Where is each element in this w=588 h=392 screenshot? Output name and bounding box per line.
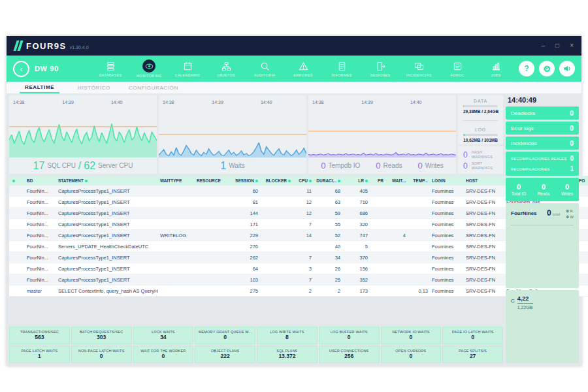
stat-tile-value: 0 (471, 334, 474, 340)
cell-lr: 5 (342, 241, 370, 252)
cell-session: 229 (229, 230, 260, 241)
col-header-resource[interactable]: RESOURCE (195, 176, 229, 186)
col-header-login[interactable]: LOGIN (430, 176, 464, 186)
nav-errores[interactable]: ERRORES (288, 60, 318, 77)
cell-temp (408, 197, 430, 208)
table-row[interactable]: FourNin...CapturesProcessType1_INSERT601… (9, 186, 588, 197)
cell-lr: 156 (342, 263, 370, 274)
cell-blocker (260, 230, 293, 241)
stat-tile-object-plans: OBJECT PLANS222 (195, 346, 255, 363)
table-row[interactable]: FourNin...CapturesProcessType1_INSERT144… (9, 208, 588, 219)
tab-configuraci-n[interactable]: CONFIGURACIÓN (129, 85, 178, 93)
col-header-bd[interactable]: BD (25, 176, 56, 186)
cell-waittype (158, 263, 195, 274)
reads-value: 0 (376, 161, 380, 170)
cell-waittype (158, 186, 195, 197)
disk-drive-letter: C (511, 298, 515, 304)
cell-statement: Servers_UPDATE_HealthCheckDateUTC (56, 241, 158, 252)
nav-adhoc[interactable]: ADHOC (442, 60, 472, 77)
cell-wait (385, 219, 408, 230)
table-row[interactable]: FourNin...CapturesProcessType1_INSERT643… (9, 263, 588, 274)
nav-objetos[interactable]: OBJETOS (211, 60, 241, 77)
nav-databases[interactable]: DATABASES (95, 60, 125, 77)
table-row[interactable]: FourNin...CapturesProcessType1_INSERT171… (9, 219, 588, 230)
col-header-dur[interactable]: DURACI... (314, 176, 342, 186)
cell-host: SRV-DES-FN (464, 252, 504, 263)
stat-tile-log-buffer-waits: LOG BUFFER WAITS0 (319, 327, 380, 344)
cell-lr: 686 (342, 208, 370, 219)
table-row[interactable]: masterSELECT ContextInfo, query_hash AS … (9, 286, 588, 297)
counter-error-logs[interactable]: Error logs0 (506, 122, 579, 135)
cell-bd: FourNin... (25, 263, 56, 274)
col-header-sel[interactable] (9, 176, 25, 186)
io-writes: 0Writes (561, 183, 573, 195)
col-header-temp[interactable]: TEMP... (408, 176, 430, 186)
table-row[interactable]: FourNin...CapturesProcessType1_INSERT262… (9, 252, 588, 263)
counter-deadlocks[interactable]: Deadlocks0 (506, 106, 579, 120)
tab-hist-rico[interactable]: HISTÓRICO (78, 85, 110, 93)
writes-metric: 0 Writes (417, 161, 443, 170)
close-button[interactable]: × (570, 42, 574, 49)
clock: 14:40:49 (506, 95, 579, 105)
stat-tile-value: 222 (221, 353, 230, 359)
writes-label: Writes (425, 162, 444, 169)
col-header-lr[interactable]: LR (342, 176, 370, 186)
col-header-host[interactable]: HOST (464, 176, 504, 186)
back-icon[interactable]: ‹ (13, 61, 29, 77)
counter-incidencias[interactable]: Incidencias0 (506, 137, 579, 150)
toolbar-actions: ?⚙ (519, 61, 575, 76)
nav-calendario[interactable]: CALENDARIO (172, 60, 203, 77)
settings-button[interactable]: ⚙ (539, 61, 555, 76)
col-header-wait[interactable]: WAIT... (385, 176, 408, 186)
counter-value: 0 (570, 124, 574, 132)
cell-pr (370, 197, 385, 208)
nav-auditoria[interactable]: AUDITORIA (250, 60, 280, 77)
nav-jobs[interactable]: JOBS (481, 60, 511, 77)
sound-button[interactable] (559, 61, 575, 76)
cell-wait (385, 186, 408, 197)
nav-monitoring[interactable]: MONITORING (134, 59, 164, 78)
tab-realtime[interactable]: REALTIME (20, 84, 59, 93)
nav-incidencias[interactable]: INCIDENCIAS (404, 60, 434, 77)
cell-session: 171 (229, 219, 260, 230)
log-file-group: LOG 10,62MB / 301MB (463, 127, 498, 142)
cell-sel (9, 208, 25, 219)
table-row[interactable]: FourNin...CapturesProcessType1_INSERTWRI… (9, 230, 588, 241)
incidents-icon (413, 60, 425, 72)
cell-login: Fournines (430, 208, 464, 219)
sort-dot-icon (365, 180, 368, 182)
toolbar-nav: DATABASESMONITORINGCALENDARIOOBJETOSAUDI… (95, 59, 511, 78)
cell-waittype: WRITELOG (158, 230, 195, 241)
col-header-session[interactable]: SESSION (229, 176, 260, 186)
right-sidebar: 14:40:49 Deadlocks0Error logs0Incidencia… (506, 95, 579, 363)
server-selector[interactable]: ‹ DW 90 (13, 61, 59, 77)
minimize-button[interactable]: – (542, 42, 546, 49)
recompilations-card[interactable]: RECOMPILACIONES REALES0RECOMPILACIONES1 (506, 152, 579, 176)
col-header-cpu[interactable]: CPU (293, 176, 314, 186)
table-row[interactable]: FourNin...CapturesProcessType1_INSERT811… (9, 197, 588, 208)
table-row[interactable]: FourNin...Servers_UPDATE_HealthCheckDate… (9, 241, 588, 252)
sessions-icon (374, 60, 386, 72)
cell-sel (9, 219, 25, 230)
stat-tile-open-cursors: OPEN CURSORS0 (381, 346, 442, 363)
table-row[interactable]: FourNin...CapturesProcessType1_INSERT103… (9, 274, 588, 286)
cell-waittype (158, 252, 195, 263)
waits-chart-panel: 14:3814:3914:40 1 Waits (159, 95, 306, 174)
cell-resource (195, 208, 229, 219)
maximize-button[interactable]: □ (555, 42, 559, 49)
col-header-pr[interactable]: PR (370, 176, 385, 186)
stat-tile-value: 256 (344, 353, 353, 359)
stat-tile-page-splits-s: PAGE SPLITS/S27 (442, 346, 503, 363)
cell-login: Fournines (430, 274, 464, 286)
col-header-blocker[interactable]: BLOCKER (260, 176, 293, 186)
nav-sesiones[interactable]: SESIONES (365, 60, 395, 77)
col-header-statement[interactable]: STATEMENT (56, 176, 158, 186)
help-button[interactable]: ? (519, 61, 534, 76)
cell-resource (195, 252, 229, 263)
col-header-waittype[interactable]: WAITTYPE (158, 176, 195, 186)
nav-informes[interactable]: INFORMES (327, 60, 357, 77)
cell-sel (9, 230, 25, 241)
stat-tile-batch-requests-sec: BATCH REQUESTS/SEC303 (71, 327, 132, 344)
sort-dot-icon (12, 180, 15, 182)
nav-label: AUDITORIA (254, 73, 276, 77)
